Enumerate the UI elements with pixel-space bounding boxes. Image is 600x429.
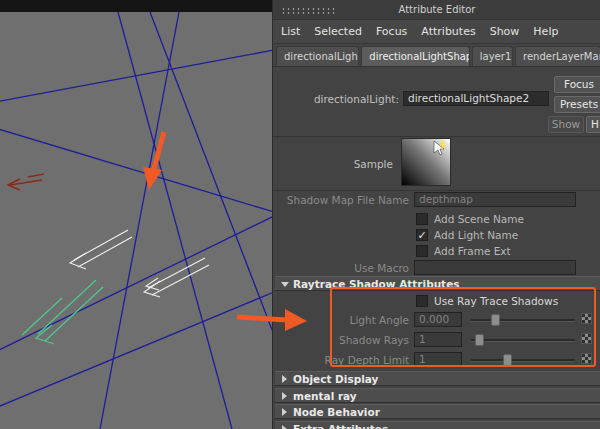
ray-depth-limit-map-icon[interactable] [581,353,592,364]
menu-help[interactable]: Help [533,25,558,38]
add-frame-ext-label: Add Frame Ext [434,245,511,257]
shadow-map-file-name-field[interactable]: depthmap [414,192,576,207]
menu-bar: List Selected Focus Attributes Show Help [273,20,600,44]
collapsed-triangle-icon [282,392,287,400]
menu-focus[interactable]: Focus [376,25,407,38]
presets-button[interactable]: Presets [554,96,600,113]
add-light-name-checkbox[interactable]: ✓ [416,229,428,241]
section-mental-ray[interactable]: mental ray [275,388,600,403]
light-angle-label: Light Angle [273,314,409,326]
use-macro-field[interactable] [414,260,576,275]
panel-titlebar[interactable]: Attribute Editor [273,0,600,20]
tab-directionalLightShape2[interactable]: directionalLightShape2 [361,46,469,66]
section-label: Extra Attributes [293,423,388,429]
add-scene-name-checkbox[interactable] [416,213,428,225]
section-label: Object Display [293,373,378,385]
attribute-editor-panel: Attribute Editor List Selected Focus Att… [272,0,600,429]
shadow-rays-map-icon[interactable] [581,333,592,344]
light-angle-slider-handle[interactable] [491,314,500,326]
shadow-rays-field[interactable]: 1 [414,332,462,347]
tab-renderLayerManager[interactable]: renderLayerMana [515,46,600,66]
light-angle-map-icon[interactable] [581,313,592,324]
section-extra-attributes[interactable]: Extra Attributes [275,421,600,429]
add-frame-ext-checkbox[interactable] [416,245,428,257]
shadow-rays-label: Shadow Rays [273,334,409,346]
checkmark: ✓ [417,230,427,241]
menu-list[interactable]: List [281,25,300,38]
collapsed-triangle-icon [282,375,287,383]
shadow-map-file-name-label: Shadow Map File Name [273,194,409,206]
node-type-label: directionalLight: [293,93,399,105]
collapsed-triangle-icon [282,425,287,429]
viewport-wireframe [0,0,272,429]
section-node-behavior[interactable]: Node Behavior [275,404,600,419]
collapsed-triangle-icon [282,408,287,416]
sample-label: Sample [293,158,393,170]
divider [273,190,600,191]
panel-title: Attribute Editor [273,4,600,15]
menu-attributes[interactable]: Attributes [421,25,475,38]
add-light-name-label: Add Light Name [434,229,518,241]
shadow-rays-slider-handle[interactable] [475,334,484,346]
light-angle-field[interactable]: 0.000 [414,312,462,327]
light-sample-swatch[interactable] [401,138,451,186]
ray-depth-limit-label: Ray Depth Limit [273,354,409,366]
section-label: mental ray [293,390,357,402]
use-ray-trace-shadows-checkbox[interactable] [416,295,428,307]
tab-directionalLight2[interactable]: directionalLight2 [276,46,359,66]
tab-layer1[interactable]: layer1 [472,46,513,66]
add-scene-name-label: Add Scene Name [434,213,524,225]
show-button[interactable]: Show [548,116,584,133]
section-object-display[interactable]: Object Display [275,371,600,386]
focus-button[interactable]: Focus [554,76,600,93]
ray-depth-limit-field[interactable]: 1 [414,352,462,367]
section-label: Raytrace Shadow Attributes [293,278,460,290]
section-label: Node Behavior [293,406,380,418]
expanded-triangle-icon [281,282,289,287]
section-raytrace-shadow-attributes[interactable]: Raytrace Shadow Attributes [275,276,600,291]
use-macro-label: Use Macro [273,262,409,274]
shadow-rays-slider[interactable] [471,339,575,342]
tab-bar: directionalLight2 directionalLightShape2… [273,46,600,67]
hide-button[interactable]: H [586,116,600,133]
light-angle-slider[interactable] [471,319,575,322]
use-ray-trace-shadows-label: Use Ray Trace Shadows [434,295,558,307]
divider [273,136,600,137]
ray-depth-limit-slider[interactable] [471,359,575,362]
menu-show[interactable]: Show [490,25,520,38]
node-name-field[interactable]: directionalLightShape2 [403,91,549,106]
screenshot-root: Attribute Editor List Selected Focus Att… [0,0,600,429]
paint-cursor-icon [431,140,449,158]
ray-depth-limit-slider-handle[interactable] [503,354,512,366]
3d-viewport[interactable] [0,0,272,429]
menu-selected[interactable]: Selected [314,25,362,38]
